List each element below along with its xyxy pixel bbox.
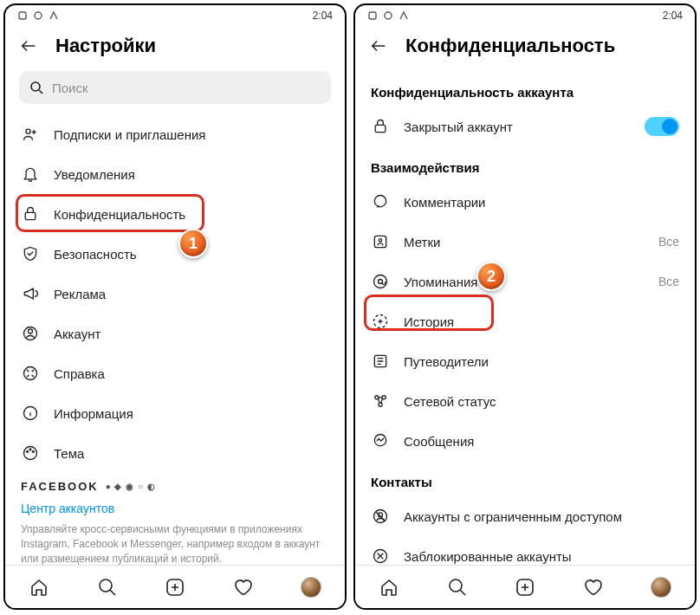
status-icon: [367, 10, 378, 21]
megaphone-icon: [21, 284, 40, 303]
item-help[interactable]: Справка: [5, 353, 345, 393]
item-ads[interactable]: Реклама: [5, 274, 345, 314]
svg-point-27: [379, 403, 382, 406]
phone-privacy: 2:04 Конфиденциальность Конфиденциальнос…: [353, 3, 697, 610]
shield-icon: [21, 244, 40, 263]
nav-activity-icon[interactable]: [232, 577, 253, 598]
svg-point-10: [27, 450, 29, 452]
svg-point-6: [29, 329, 33, 333]
restricted-icon: [371, 507, 390, 526]
status-time: 2:04: [313, 10, 333, 22]
private-toggle[interactable]: [645, 117, 679, 136]
nav-search-icon[interactable]: [447, 577, 468, 598]
svg-point-7: [24, 367, 37, 380]
status-bar: 2:04: [355, 5, 695, 26]
status-icon: [33, 10, 43, 21]
status-icon: [49, 10, 59, 21]
status-icon: [399, 10, 409, 21]
nav-home-icon[interactable]: [29, 577, 49, 598]
bell-icon: [21, 165, 40, 184]
nav-home-icon[interactable]: [379, 577, 399, 598]
svg-point-11: [29, 449, 31, 450]
svg-point-13: [100, 579, 112, 592]
svg-point-20: [379, 239, 381, 242]
search-placeholder: Поиск: [52, 81, 88, 95]
at-icon: [371, 272, 390, 291]
nav-new-icon[interactable]: [165, 577, 185, 598]
comment-icon: [371, 192, 390, 211]
bottom-nav: [355, 565, 695, 608]
svg-point-12: [32, 450, 34, 452]
item-comments[interactable]: Комментарии: [355, 182, 695, 222]
svg-point-1: [35, 12, 42, 19]
svg-point-32: [450, 579, 462, 592]
svg-rect-15: [369, 12, 376, 19]
page-title: Настройки: [55, 35, 156, 57]
lock-icon: [371, 117, 390, 136]
item-blocked[interactable]: Заблокированные аккаунты: [355, 536, 695, 565]
tag-icon: [371, 232, 390, 251]
item-story[interactable]: История: [355, 301, 695, 341]
network-icon: [371, 392, 390, 411]
page-title: Конфиденциальность: [405, 35, 615, 57]
nav-profile-avatar[interactable]: [651, 577, 671, 598]
facebook-brand: FACEBOOK ● ◆ ◉ ○ ◐: [5, 473, 345, 493]
svg-point-16: [385, 12, 392, 19]
item-theme[interactable]: Тема: [5, 433, 345, 473]
palette-icon: [21, 443, 40, 463]
item-guides[interactable]: Путеводители: [355, 341, 695, 381]
search-input[interactable]: Поиск: [19, 71, 331, 104]
search-icon: [29, 81, 43, 94]
phone-settings: 2:04 Настройки Поиск Подписки и приглаше…: [3, 3, 347, 610]
nav-search-icon[interactable]: [97, 577, 118, 598]
back-icon[interactable]: [369, 36, 388, 55]
item-security[interactable]: Безопасность: [5, 234, 345, 274]
section-contacts: Контакты: [355, 461, 695, 496]
header: Настройки: [5, 26, 345, 71]
private-account-toggle-row[interactable]: Закрытый аккаунт: [355, 107, 695, 146]
status-icon: [17, 10, 28, 21]
status-icon: [383, 10, 393, 21]
item-subscriptions[interactable]: Подписки и приглашения: [5, 114, 345, 154]
info-icon: [21, 404, 40, 423]
accounts-center-link[interactable]: Центр аккаунтов: [5, 493, 345, 519]
nav-new-icon[interactable]: [515, 577, 535, 598]
help-icon: [21, 364, 40, 383]
item-restricted[interactable]: Аккаунты с ограниченным доступом: [355, 496, 695, 536]
section-interactions: Взаимодействия: [355, 146, 695, 182]
svg-point-22: [379, 280, 383, 284]
user-icon: [21, 324, 40, 343]
svg-rect-0: [19, 12, 26, 19]
item-messages[interactable]: Сообщения: [355, 421, 695, 461]
nav-profile-avatar[interactable]: [301, 577, 321, 598]
settings-list: Подписки и приглашения Уведомления Конфи…: [5, 114, 345, 565]
item-privacy[interactable]: Конфиденциальность: [5, 194, 345, 234]
blocked-icon: [371, 547, 390, 565]
lock-icon: [21, 204, 40, 223]
svg-rect-17: [375, 125, 386, 132]
item-info[interactable]: Информация: [5, 393, 345, 433]
messenger-icon: [371, 431, 390, 450]
nav-activity-icon[interactable]: [582, 577, 603, 598]
item-activity-status[interactable]: Сетевой статус: [355, 381, 695, 421]
status-bar: 2:04: [5, 5, 345, 26]
svg-point-18: [374, 196, 386, 207]
status-time: 2:04: [663, 10, 683, 22]
back-icon[interactable]: [19, 36, 38, 55]
svg-point-2: [31, 82, 40, 91]
accounts-center-desc: Управляйте кросс-сервисными функциями в …: [5, 519, 345, 565]
item-tags[interactable]: Метки Все: [355, 222, 695, 262]
section-account-privacy: Конфиденциальность аккаунта: [355, 71, 695, 107]
item-mentions[interactable]: Упоминания Все: [355, 262, 695, 301]
item-notifications[interactable]: Уведомления: [5, 154, 345, 194]
svg-point-3: [26, 129, 30, 133]
item-account[interactable]: Аккаунт: [5, 314, 345, 353]
svg-rect-4: [25, 212, 36, 219]
header: Конфиденциальность: [355, 26, 695, 71]
guides-icon: [371, 352, 390, 371]
user-plus-icon: [21, 125, 40, 144]
story-icon: [371, 312, 390, 331]
privacy-list: Конфиденциальность аккаунта Закрытый акк…: [355, 71, 695, 565]
bottom-nav: [5, 565, 345, 608]
